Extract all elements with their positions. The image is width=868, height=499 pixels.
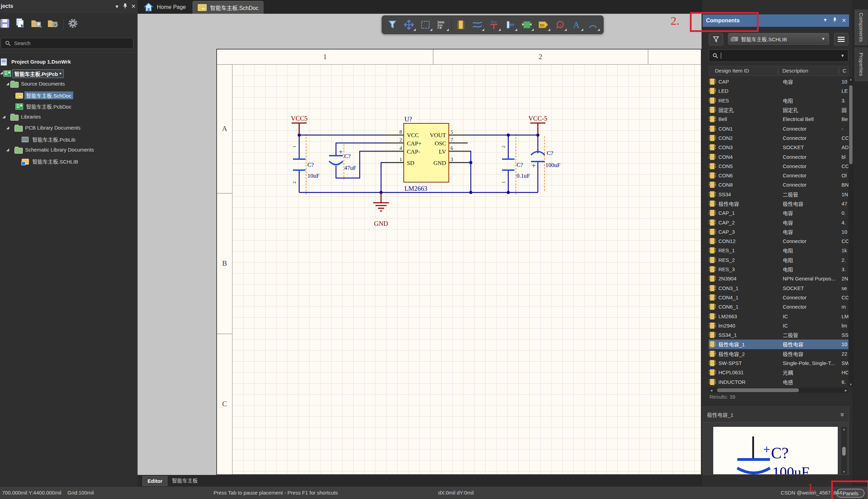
- component-row[interactable]: CON4Connectorbl: [709, 152, 848, 161]
- tree-item-folder[interactable]: ◢Schematic Library Documents: [0, 144, 138, 155]
- component-comment[interactable]: 47: [842, 201, 848, 207]
- component-description[interactable]: 电容: [783, 219, 838, 226]
- component-row[interactable]: CON8ConnectorBN: [709, 180, 848, 189]
- component-description[interactable]: Connector: [783, 163, 838, 169]
- component-row[interactable]: 固定孔固定孔固: [709, 105, 848, 114]
- design-item-id[interactable]: CAP: [718, 79, 729, 85]
- expand-arrow-icon[interactable]: ◢: [6, 81, 9, 86]
- close-icon[interactable]: ✕: [130, 3, 137, 10]
- align-icon[interactable]: [434, 17, 450, 32]
- component-row[interactable]: CAP_3电容10: [709, 227, 848, 236]
- component-comment[interactable]: 固: [842, 106, 848, 113]
- component-row[interactable]: 极性电容_2极性电容22: [709, 349, 848, 358]
- scroll-up-icon[interactable]: ▲: [841, 427, 847, 432]
- component-comment[interactable]: 4.: [842, 220, 848, 225]
- components-search-input[interactable]: ▼: [709, 49, 848, 62]
- panel-menu-icon[interactable]: ▼: [823, 17, 828, 24]
- column-description[interactable]: Description: [782, 68, 808, 74]
- component-comment[interactable]: AD: [842, 144, 848, 150]
- component-row[interactable]: CON6ConnectorOl: [709, 171, 848, 180]
- design-item-id[interactable]: CON12: [718, 238, 736, 244]
- component-description[interactable]: Electrical Bell: [783, 116, 838, 122]
- schematic-editor[interactable]: 1 2 A B C: [138, 14, 702, 475]
- component-comment[interactable]: CO: [842, 238, 848, 244]
- scroll-right-icon[interactable]: ▶: [844, 388, 848, 393]
- preview-section-header[interactable]: 极性电容_1 »: [703, 407, 849, 422]
- component-comment[interactable]: 6.: [842, 379, 848, 385]
- scroll-left-icon[interactable]: ◀: [709, 388, 714, 393]
- component-row[interactable]: RES_1电阻1k: [709, 246, 848, 255]
- component-row[interactable]: HCPL0631光耦HC: [709, 368, 848, 377]
- tree-item-label[interactable]: 智能车主板.SCHLIB: [31, 157, 80, 165]
- component-description[interactable]: Connector: [783, 238, 838, 244]
- component-comment[interactable]: 10: [842, 341, 848, 347]
- component-comment[interactable]: 10: [842, 79, 848, 85]
- tab-editor[interactable]: Editor: [142, 476, 167, 486]
- component-description[interactable]: SOCKET: [783, 285, 838, 291]
- scroll-down-icon[interactable]: ▼: [841, 469, 847, 474]
- component-row[interactable]: RES_3电阻3.: [709, 265, 848, 274]
- vertical-tab-properties[interactable]: Properties: [855, 47, 868, 81]
- component-comment[interactable]: lm: [842, 323, 848, 329]
- component-description[interactable]: Connector: [783, 126, 838, 132]
- component-comment[interactable]: HC: [842, 369, 848, 375]
- preview-scrollbar[interactable]: ▲ ▼: [841, 427, 847, 474]
- component-comment[interactable]: CO: [842, 135, 848, 141]
- tree-item-label[interactable]: 智能车主板.PcbLib: [31, 135, 77, 143]
- tree-item-label[interactable]: 智能车主板.PcbDoc: [24, 102, 73, 110]
- component-description[interactable]: Connector: [783, 135, 838, 141]
- component-row[interactable]: CON5ConnectorCO: [709, 162, 848, 171]
- expand-arrow-icon[interactable]: ◢: [2, 114, 5, 119]
- pin-icon[interactable]: [833, 17, 837, 24]
- component-description[interactable]: SOCKET: [783, 144, 838, 150]
- save-icon[interactable]: [0, 18, 12, 30]
- component-description[interactable]: 电阻: [783, 256, 838, 264]
- design-item-id[interactable]: lm2940: [718, 323, 735, 329]
- tree-item-label[interactable]: Project Group 1.DsnWrk: [10, 58, 73, 65]
- design-item-id[interactable]: CON5: [718, 163, 733, 169]
- component-comment[interactable]: BN: [842, 182, 848, 188]
- components-hscrollbar[interactable]: ◀ ▶: [709, 388, 848, 393]
- component-comment[interactable]: 2N: [842, 276, 848, 281]
- component-comment[interactable]: SS: [842, 332, 848, 338]
- double-chevron-icon[interactable]: »: [839, 412, 847, 416]
- component-description[interactable]: 电阻: [783, 97, 838, 104]
- design-item-id[interactable]: LM2663: [718, 313, 737, 319]
- tree-item-pcblib[interactable]: 智能车主板.PcbLib: [0, 133, 138, 144]
- tree-item-label[interactable]: 智能车主板.PrjPcb *: [12, 69, 64, 78]
- component-row[interactable]: CON2ConnectorCO: [709, 133, 848, 143]
- component-comment[interactable]: 3.: [842, 98, 848, 103]
- design-item-id[interactable]: 固定孔: [718, 106, 734, 113]
- design-item-id[interactable]: 2N3904: [718, 276, 737, 281]
- component-row[interactable]: 极性电容_1极性电容10: [709, 340, 848, 349]
- component-row[interactable]: RES电阻3.: [709, 96, 848, 105]
- column-separator[interactable]: [839, 68, 839, 75]
- preview-scroll-thumb[interactable]: [842, 447, 846, 456]
- component-comment[interactable]: -: [842, 126, 848, 132]
- component-description[interactable]: 电感: [783, 378, 838, 386]
- components-vscrollbar[interactable]: ▲ ▼: [848, 77, 853, 387]
- column-separator[interactable]: [778, 68, 778, 75]
- tree-item-pcbdoc[interactable]: 智能车主板.PcbDoc: [0, 100, 138, 111]
- close-icon[interactable]: ✕: [842, 17, 846, 24]
- scroll-down-icon[interactable]: ▼: [848, 382, 853, 387]
- component-row[interactable]: CON6_1Connectorm: [709, 302, 848, 311]
- tree-item-label[interactable]: Libraries: [19, 113, 43, 120]
- projects-search-input[interactable]: Search: [1, 38, 133, 49]
- open-project-icon[interactable]: [31, 18, 43, 30]
- column-comment[interactable]: C: [843, 68, 846, 74]
- component-description[interactable]: 极性电容: [783, 350, 838, 357]
- tree-item-schlib[interactable]: 智能车主板.SCHLIB: [0, 155, 138, 166]
- scroll-up-icon[interactable]: ▲: [848, 77, 853, 82]
- component-comment[interactable]: m: [842, 304, 848, 310]
- design-item-id[interactable]: CAP_1: [718, 210, 735, 216]
- hscroll-thumb[interactable]: [717, 388, 799, 392]
- panel-menu-icon[interactable]: ▼: [113, 3, 120, 10]
- tree-item-folder[interactable]: ◢Libraries: [0, 111, 138, 122]
- component-row[interactable]: SS34二极管1N: [709, 190, 848, 199]
- project-options-icon[interactable]: [47, 18, 59, 30]
- design-item-id[interactable]: SS34: [718, 191, 731, 197]
- component-row[interactable]: INDUCTOR电感6.: [709, 377, 848, 387]
- component-description[interactable]: 电容: [783, 78, 838, 85]
- place-no-erc-icon[interactable]: i: [552, 17, 568, 32]
